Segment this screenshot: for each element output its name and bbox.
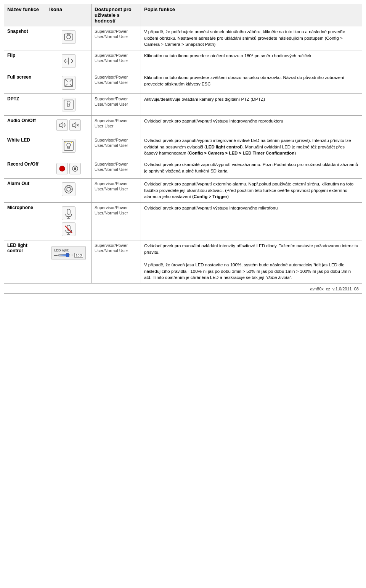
svg-rect-19 [74, 168, 76, 170]
svg-rect-13 [67, 147, 70, 148]
alarm-out-icon [62, 182, 75, 196]
icon-dptz: D [49, 96, 88, 113]
row-name-flip: Flip [7, 53, 15, 58]
table-row: Flip Supervisor/Power User/Normal User K… [4, 50, 362, 72]
row-name-dptz: DPTZ [7, 96, 19, 101]
table-row: White LED Supervisor/Power User/Normal U… [4, 135, 362, 159]
row-desc-flip: Kliknutím na tuto ikonu provedete otočen… [144, 53, 359, 59]
row-access-dptz: Supervisor/Power User/Normal User [95, 97, 128, 106]
svg-marker-8 [72, 122, 76, 128]
svg-rect-22 [67, 209, 70, 214]
row-access-whiteled: Supervisor/Power User/Normal User [95, 138, 128, 148]
row-name-audio: Audio On/Off [7, 118, 36, 123]
fullscreen-icon [62, 76, 75, 90]
footer-version: avn80x_cz_v.1.0/2011_08 [310, 287, 359, 291]
audio-on-icon [56, 119, 68, 131]
row-desc-snapshot: V případě, že potřebujete provést snímek… [144, 29, 359, 48]
icon-record [49, 161, 88, 176]
header-access: Dostupnost pro uživatele s hodností [92, 4, 141, 26]
row-desc-record: Ovládací prvek pro okamžité zapnutí/vypn… [144, 161, 359, 174]
header-name: Název funkce [4, 4, 46, 26]
row-name-fullscreen: Full screen [7, 74, 31, 80]
row-access-snapshot: Supervisor/Power User/Normal User [95, 29, 128, 39]
row-name-alarm: Alarm Out [7, 181, 29, 186]
table-row: Alarm Out Supervisor/Power User/Normal U… [4, 179, 362, 203]
header-icon: Ikona [46, 4, 92, 26]
flip-icon [62, 54, 75, 68]
table-row: Record On/Off Supervisor/Power User/Norm… [4, 159, 362, 179]
table-row: Audio On/Off Supervisor/Power User User … [4, 116, 362, 135]
table-row: Full screen Supervisor/Power User/Normal… [4, 72, 362, 94]
table-row: Microphone Supervisor/Power User/Normal … [4, 203, 362, 240]
audio-off-icon [69, 119, 81, 131]
svg-line-16 [71, 142, 72, 143]
table-row: LED light control LED light: — + 10D [4, 240, 362, 284]
led-slider-widget: LED light: — + 10D [51, 246, 86, 259]
snapshot-icon [62, 30, 75, 44]
row-name-snapshot: Snapshot [7, 29, 28, 34]
header-desc: Popis funkce [141, 4, 362, 26]
whiteled-icon [62, 139, 75, 153]
row-desc-alarm: Ovládací prvek pro zapnutí/vypnutí exter… [144, 181, 359, 200]
icon-snapshot [49, 29, 88, 45]
dptz-icon: D [62, 98, 75, 111]
row-access-record: Supervisor/Power User/Normal User [95, 162, 128, 172]
svg-point-20 [65, 185, 72, 193]
icon-audio [49, 118, 88, 132]
svg-point-12 [67, 143, 71, 147]
svg-point-17 [59, 166, 65, 171]
row-desc-microphone: Ovládací prvek pro zapnutí/vypnutí výstu… [144, 205, 359, 211]
row-desc-fullscreen: Kliknutím na tuto ikonu provedete zvětše… [144, 74, 359, 87]
row-desc-whiteled: Ovládací prvek pro zapnutí/vypnutí integ… [144, 137, 359, 156]
row-name-microphone: Microphone [7, 205, 33, 210]
table-row: DPTZ D Supervisor/Power User/Normal User… [4, 94, 362, 116]
table-row: Snapshot Supervisor/Power User/Normal Us… [4, 26, 362, 50]
row-access-flip: Supervisor/Power User/Normal User [95, 53, 128, 63]
row-access-microphone: Supervisor/Power User/Normal User [95, 205, 128, 215]
icon-ledcontrol: LED light: — + 10D [49, 243, 88, 262]
row-access-alarm: Supervisor/Power User/Normal User [95, 181, 128, 191]
svg-point-21 [67, 187, 71, 191]
row-access-fullscreen: Supervisor/Power User/Normal User [95, 75, 128, 85]
microphone-off-icon [62, 222, 75, 236]
row-desc-ledcontrol: Ovládací prvek pro manuální ovládání int… [144, 243, 359, 281]
row-name-whiteled: White LED [7, 137, 30, 143]
icon-microphone [49, 205, 88, 238]
row-access-ledcontrol: Supervisor/Power User/Normal User [95, 243, 128, 253]
row-name-ledcontrol: LED light control [7, 243, 27, 253]
footer-row: avn80x_cz_v.1.0/2011_08 [4, 284, 362, 294]
row-name-record: Record On/Off [7, 161, 39, 167]
icon-alarm [49, 181, 88, 198]
svg-point-1 [67, 35, 71, 39]
row-desc-dptz: Aktivuje/deaktivuje ovládání kamery přes… [144, 96, 359, 103]
icon-whiteled [49, 137, 88, 154]
svg-marker-7 [59, 122, 63, 128]
row-access-audio: Supervisor/Power User User [95, 118, 128, 128]
svg-line-15 [66, 142, 66, 143]
icon-flip [49, 53, 88, 69]
microphone-on-icon [62, 206, 75, 220]
record-off-icon [69, 163, 81, 174]
row-desc-audio: Ovládací prvek pro zapnutí/vypnutí výstu… [144, 118, 359, 124]
icon-fullscreen [49, 74, 88, 91]
record-on-icon [56, 163, 68, 174]
